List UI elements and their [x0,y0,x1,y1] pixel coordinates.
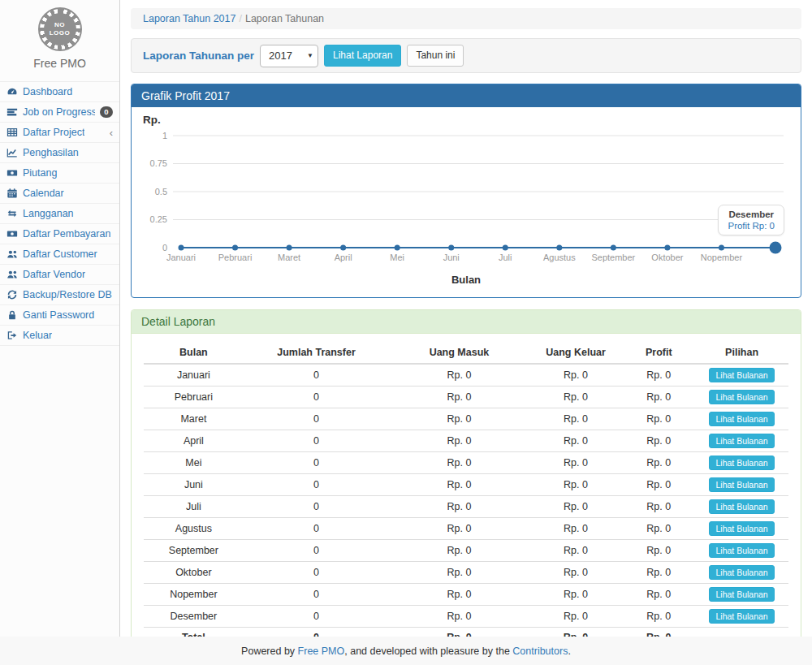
sidebar-link-daftar-vendor[interactable]: Daftar Vendor [0,265,119,284]
cell-jumlah_transfer: 0 [244,540,389,562]
lihat-bulanan-button[interactable]: Lihat Bulanan [709,543,774,558]
lihat-bulanan-button[interactable]: Lihat Bulanan [709,456,774,470]
lihat-bulanan-button[interactable]: Lihat Bulanan [709,609,774,624]
chart-point-juni[interactable] [448,245,454,251]
detail-panel-title: Detail Laporan [132,310,801,334]
cell-profit: Rp. 0 [622,386,695,408]
detail-panel-body: BulanJumlah TransferUang MasukUang Kelua… [132,334,801,663]
chart-point-maret[interactable] [287,245,292,251]
cell-pilihan: Lihat Bulanan [695,364,788,386]
cell-pilihan: Lihat Bulanan [695,562,788,584]
cell-jumlah_transfer: 0 [244,474,389,496]
cell-bulan: Pebruari [144,386,244,408]
lihat-bulanan-button[interactable]: Lihat Bulanan [709,477,774,492]
sidebar-link-langganan[interactable]: Langganan [0,204,119,223]
sidebar-link-penghasilan[interactable]: Penghasilan [0,143,119,162]
chart-x-tick-label: Maret [278,253,300,262]
cell-bulan: Januari [144,364,244,386]
chart-point-nopember[interactable] [719,245,724,251]
year-select[interactable]: 2017 [260,45,318,67]
chart-point-mei[interactable] [395,245,400,251]
sidebar-link-daftar-pembayaran[interactable]: Daftar Pembayaran [0,224,119,244]
chart-point-april[interactable] [340,245,346,251]
chart-point-januari[interactable] [179,245,184,251]
cell-uang_keluar: Rp. 0 [529,474,623,496]
chart-x-tick-label: Nopember [701,253,743,262]
sidebar-item-daftar-vendor: Daftar Vendor [0,265,119,285]
sidebar-link-keluar[interactable]: Keluar [0,326,119,345]
line-chart-icon [6,147,18,158]
cell-profit: Rp. 0 [622,474,695,496]
cell-pilihan: Lihat Bulanan [695,496,788,518]
lihat-bulanan-button[interactable]: Lihat Bulanan [709,390,774,404]
contributors-link[interactable]: Contributors [512,646,568,657]
lihat-bulanan-button[interactable]: Lihat Bulanan [709,565,774,580]
lihat-bulanan-button[interactable]: Lihat Bulanan [709,499,774,514]
table-row-pebruari: Pebruari0Rp. 0Rp. 0Rp. 0Lihat Bulanan [144,386,788,408]
chart-y-tick-label: 0 [162,243,167,253]
column-header-uang-masuk: Uang Masuk [389,342,529,364]
cell-profit: Rp. 0 [622,408,695,430]
breadcrumb: Laporan Tahun 2017/Laporan Tahunan [131,8,801,29]
cell-jumlah_transfer: 0 [244,584,389,606]
table-row-september: September0Rp. 0Rp. 0Rp. 0Lihat Bulanan [144,540,788,562]
lihat-laporan-button[interactable]: Lihat Laporan [324,45,401,67]
cell-pilihan: Lihat Bulanan [695,518,788,540]
tahun-ini-button[interactable]: Tahun ini [407,45,464,67]
cell-uang_keluar: Rp. 0 [529,386,623,408]
chart-point-desember[interactable] [770,242,782,254]
refresh-icon [6,289,18,300]
sidebar-link-daftar-project[interactable]: Daftar Project‹ [0,123,119,142]
sidebar-link-daftar-customer[interactable]: Daftar Customer [0,244,119,264]
sidebar-link-dashboard[interactable]: Dashboard [0,82,119,101]
table-row-juni: Juni0Rp. 0Rp. 0Rp. 0Lihat Bulanan [144,474,788,496]
sidebar-item-dashboard: Dashboard [0,82,119,102]
sidebar-item-label: Ganti Password [23,309,94,321]
sidebar-item-label: Piutang [23,167,57,179]
chart-point-oktober[interactable] [664,245,670,251]
free-pmo-link[interactable]: Free PMO [298,646,345,657]
calendar-icon [6,188,18,199]
brand-name: Free PMO [0,57,119,70]
sidebar-link-piutang[interactable]: Piutang [0,163,119,183]
table-row-nopember: Nopember0Rp. 0Rp. 0Rp. 0Lihat Bulanan [144,584,788,606]
chart-x-tick-label: September [591,253,635,262]
app-window: NO LOGO Free PMO DashboardJob on Progres… [0,0,812,665]
breadcrumb-link-laporan-tahun[interactable]: Laporan Tahun 2017 [143,13,235,24]
lihat-bulanan-button[interactable]: Lihat Bulanan [709,434,774,448]
lihat-bulanan-button[interactable]: Lihat Bulanan [709,368,774,382]
cell-uang_keluar: Rp. 0 [529,562,623,584]
tooltip-month: Desember [728,209,775,219]
chart-point-agustus[interactable] [556,245,562,251]
sidebar-link-ganti-password[interactable]: Ganti Password [0,305,119,325]
sidebar-item-label: Daftar Customer [23,248,97,260]
sidebar: NO LOGO Free PMO DashboardJob on Progres… [0,0,120,637]
lihat-bulanan-button[interactable]: Lihat Bulanan [709,521,774,536]
table-row-juli: Juli0Rp. 0Rp. 0Rp. 0Lihat Bulanan [144,496,788,518]
filter-label: Laporan Tahunan per [143,50,254,62]
cell-uang_masuk: Rp. 0 [389,474,529,496]
lihat-bulanan-button[interactable]: Lihat Bulanan [709,587,774,602]
lihat-bulanan-button[interactable]: Lihat Bulanan [709,412,774,426]
sidebar-link-job-on-progress[interactable]: Job on Progress0 [0,102,119,122]
cell-uang_masuk: Rp. 0 [389,584,529,606]
chart-point-juli[interactable] [503,245,508,251]
sidebar-item-daftar-pembayaran: Daftar Pembayaran [0,224,119,244]
chart-point-pebruari[interactable] [232,245,238,251]
chart-point-september[interactable] [611,245,616,251]
sidebar-nav: DashboardJob on Progress0Daftar Project‹… [0,81,119,346]
cell-pilihan: Lihat Bulanan [695,430,788,452]
sidebar-link-calendar[interactable]: Calendar [0,184,119,203]
cell-profit: Rp. 0 [622,496,695,518]
retweet-icon [6,208,18,219]
cell-pilihan: Lihat Bulanan [695,452,788,474]
sidebar-item-label: Daftar Pembayaran [23,228,110,240]
cell-uang_keluar: Rp. 0 [529,606,623,628]
cell-bulan: Mei [144,452,244,474]
cell-uang_masuk: Rp. 0 [389,606,529,628]
sidebar-item-label: Calendar [23,188,64,199]
sidebar-link-backup-restore-db[interactable]: Backup/Restore DB [0,285,119,304]
table-icon [6,127,18,138]
cell-uang_keluar: Rp. 0 [529,518,623,540]
cell-bulan: Oktober [144,562,244,584]
